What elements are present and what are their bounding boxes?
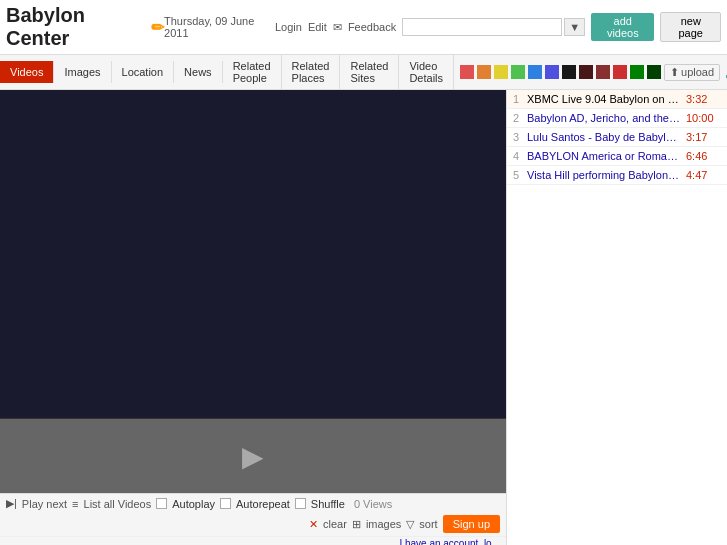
- swatch-orange[interactable]: [477, 65, 491, 79]
- pencil-icon[interactable]: ✏: [151, 18, 164, 37]
- upload-btn[interactable]: ⬆ upload: [664, 64, 720, 81]
- list-all-btn[interactable]: List all Videos: [84, 498, 152, 510]
- swatch-brown[interactable]: [596, 65, 610, 79]
- shuffle-checkbox[interactable]: [295, 498, 306, 509]
- playlist-title: Vista Hill performing Babylon by David t…: [527, 169, 682, 181]
- tab-images[interactable]: Images: [54, 61, 111, 83]
- upload-icon: ⬆: [670, 66, 679, 79]
- playlist-duration: 3:17: [686, 131, 707, 143]
- playlist-num: 1: [513, 93, 523, 105]
- swatch-blue[interactable]: [528, 65, 542, 79]
- autoplay-label: Autoplay: [172, 498, 215, 510]
- playlist-item[interactable]: 3 Lulu Santos - Baby de Babylon - Alame.…: [507, 128, 727, 147]
- date-display: Thursday, 09 June 2011: [164, 15, 269, 39]
- upload-label: upload: [681, 66, 714, 78]
- images-icon: ⊞: [352, 518, 361, 531]
- shuffle-label: Shuffle: [311, 498, 345, 510]
- main-area: ▶ ▶| Play next ≡ List all Videos Autopla…: [0, 90, 727, 545]
- player-placeholder: [0, 90, 506, 418]
- feedback-icon: ✉: [333, 21, 342, 34]
- search-arrow-btn[interactable]: ▼: [564, 18, 585, 36]
- playlist-duration: 4:47: [686, 169, 707, 181]
- edit-link[interactable]: Edit: [308, 21, 327, 33]
- sort-btn[interactable]: sort: [419, 518, 437, 530]
- clear-btn[interactable]: clear: [323, 518, 347, 530]
- swatch-green[interactable]: [511, 65, 525, 79]
- playlist-title: Babylon AD, Jericho, and the Last Zion .…: [527, 112, 682, 124]
- playlist-title: XBMC Live 9.04 Babylon on My HTPC v...: [527, 93, 682, 105]
- search-input[interactable]: [402, 18, 562, 36]
- have-account-text[interactable]: I have an account. lo...: [399, 538, 500, 545]
- swatch-red[interactable]: [460, 65, 474, 79]
- swatch-forestgreen[interactable]: [647, 65, 661, 79]
- images-btn[interactable]: images: [366, 518, 401, 530]
- tab-related-sites[interactable]: Related Sites: [340, 55, 399, 89]
- tab-related-people[interactable]: Related People: [223, 55, 282, 89]
- playlist-item[interactable]: 4 BABYLON America or Roman Catholic t...…: [507, 147, 727, 166]
- playlist-title: BABYLON America or Roman Catholic t...: [527, 150, 682, 162]
- toolbar-right: ⬆ upload 🔊 ⏸ ⏮ ⏭: [454, 64, 727, 81]
- playlist-list: 1 XBMC Live 9.04 Babylon on My HTPC v...…: [507, 90, 727, 185]
- video-player[interactable]: [0, 90, 506, 418]
- sort-icon: ▽: [406, 518, 414, 531]
- tab-location[interactable]: Location: [112, 61, 175, 83]
- list-icon: ≡: [72, 498, 78, 510]
- playlist-num: 5: [513, 169, 523, 181]
- mini-player: ▶: [0, 418, 506, 493]
- playlist-num: 3: [513, 131, 523, 143]
- autoplay-checkbox[interactable]: [156, 498, 167, 509]
- player-controls: ▶| Play next ≡ List all Videos Autoplay …: [0, 493, 506, 536]
- swatch-yellow[interactable]: [494, 65, 508, 79]
- search-box: ▼: [402, 18, 585, 36]
- autorepeat-checkbox[interactable]: [220, 498, 231, 509]
- tab-video-details[interactable]: Video Details: [399, 55, 454, 89]
- playlist-num: 2: [513, 112, 523, 124]
- playlist-num: 4: [513, 150, 523, 162]
- playlist-item[interactable]: 2 Babylon AD, Jericho, and the Last Zion…: [507, 109, 727, 128]
- site-title: Babylon Center ✏: [6, 4, 164, 50]
- nav-tabs: Videos Images Location News Related Peop…: [0, 55, 727, 90]
- login-link[interactable]: Login: [275, 21, 302, 33]
- playlist-item[interactable]: 1 XBMC Live 9.04 Babylon on My HTPC v...…: [507, 90, 727, 109]
- tab-related-places[interactable]: Related Places: [282, 55, 341, 89]
- playlist-item[interactable]: 5 Vista Hill performing Babylon by David…: [507, 166, 727, 185]
- swatch-darkgreen[interactable]: [630, 65, 644, 79]
- swatch-crimson[interactable]: [613, 65, 627, 79]
- header: Babylon Center ✏ Thursday, 09 June 2011 …: [0, 0, 727, 55]
- new-page-button[interactable]: new page: [660, 12, 721, 42]
- autorepeat-label: Autorepeat: [236, 498, 290, 510]
- tab-videos[interactable]: Videos: [0, 61, 54, 83]
- playlist-duration: 10:00: [686, 112, 714, 124]
- tab-news[interactable]: News: [174, 61, 223, 83]
- site-name: Babylon Center: [6, 4, 147, 50]
- swatch-darkred[interactable]: [579, 65, 593, 79]
- playlist-area: 1 XBMC Live 9.04 Babylon on My HTPC v...…: [507, 90, 727, 545]
- signup-button[interactable]: Sign up: [443, 515, 500, 533]
- have-account-bar: I have an account. lo...: [0, 536, 506, 545]
- add-videos-button[interactable]: add videos: [591, 13, 654, 41]
- clear-icon: ✕: [309, 518, 318, 531]
- swatch-black1[interactable]: [562, 65, 576, 79]
- speaker-icon[interactable]: 🔊: [723, 64, 727, 80]
- feedback-link[interactable]: Feedback: [348, 21, 396, 33]
- play-next-icon: ▶|: [6, 497, 17, 510]
- swatch-indigo[interactable]: [545, 65, 559, 79]
- views-count: 0 Views: [354, 498, 392, 510]
- header-right: Thursday, 09 June 2011 Login Edit ✉ Feed…: [164, 12, 721, 42]
- player-area: ▶ ▶| Play next ≡ List all Videos Autopla…: [0, 90, 507, 545]
- play-next-btn[interactable]: Play next: [22, 498, 67, 510]
- playlist-title: Lulu Santos - Baby de Babylon - Alame...: [527, 131, 682, 143]
- mini-player-icon: ▶: [242, 440, 264, 473]
- playlist-duration: 3:32: [686, 93, 707, 105]
- playlist-duration: 6:46: [686, 150, 707, 162]
